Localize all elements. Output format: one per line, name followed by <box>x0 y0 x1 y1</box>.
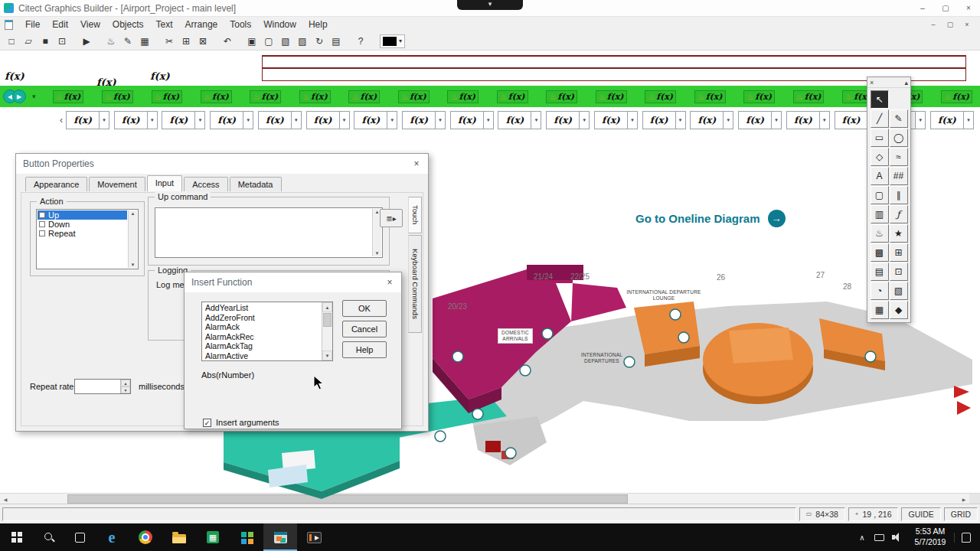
clock[interactable]: 5:53 AM 5/7/2019 <box>906 527 954 547</box>
spin-up-icon[interactable]: ▲ <box>121 380 130 386</box>
genie-function-object[interactable]: ♨ f(x) <box>152 90 183 103</box>
genie-function-object[interactable]: ♨ f(x) <box>941 90 972 103</box>
genie-function-object[interactable]: ♨ f(x) <box>348 90 380 103</box>
chevron-down-icon[interactable]: ▾ <box>32 93 36 100</box>
genie-function-object[interactable]: ♨ f(x) <box>546 90 577 103</box>
genie-function-object[interactable]: ♨ f(x) <box>447 90 479 103</box>
guide-toggle[interactable]: GUIDE <box>901 507 940 521</box>
paste-genie-tool[interactable]: ⊞ <box>890 243 908 262</box>
symbol-function-box[interactable]: f(x) ▾ <box>354 111 397 129</box>
scroll-up-icon[interactable]: ▲ <box>375 210 380 214</box>
genie-function-object[interactable]: ♨ f(x) <box>201 90 232 103</box>
scroll-down-icon[interactable]: ▼ <box>322 350 332 360</box>
child-restore-button[interactable]: ▢ <box>942 18 959 31</box>
select-tool[interactable]: ↖ <box>871 90 889 109</box>
bring-to-front-button[interactable]: ▧ <box>277 34 294 49</box>
symbol-function-box[interactable]: f(x) ▾ <box>306 111 350 129</box>
properties-tab[interactable]: Metadata <box>230 177 282 191</box>
symbol-function-box[interactable]: f(x) ▾ <box>738 111 782 129</box>
menu-item[interactable]: Objects <box>106 18 150 31</box>
dropdown-button[interactable]: ▾ <box>243 111 253 129</box>
menu-item[interactable]: Tools <box>224 18 257 31</box>
graphics-builder-app-button[interactable] <box>263 523 297 551</box>
symbol-function-box[interactable]: f(x) ▾ <box>690 111 733 129</box>
oneline-diagram-link[interactable]: Go to Oneline Diagram → <box>635 210 786 227</box>
menu-item[interactable]: Window <box>257 18 302 31</box>
run-button[interactable]: ▶ <box>78 34 95 49</box>
ungroup-button[interactable]: ▢ <box>260 34 277 49</box>
spinner-control[interactable]: ▲ ▼ <box>120 380 130 393</box>
edge-app-button[interactable]: e <box>95 523 129 551</box>
side-tab-touch[interactable]: Touch <box>408 197 422 233</box>
scroll-left-icon[interactable]: ◀ <box>0 494 11 504</box>
up-command-textarea[interactable]: ▲ ▼ <box>155 207 383 258</box>
genie-function-object[interactable]: ♨ f(x) <box>694 90 726 103</box>
genie-button[interactable]: ♨ <box>103 34 119 49</box>
ole-object-tool[interactable]: ◆ <box>890 301 908 319</box>
search-button[interactable] <box>34 523 64 551</box>
dropdown-button[interactable]: ▾ <box>100 111 109 129</box>
trend-chart-tool[interactable]: ▧ <box>890 282 908 300</box>
function-list-item[interactable]: AlarmAckTag <box>203 341 321 351</box>
citect-project-app-button[interactable] <box>230 523 263 551</box>
chrome-app-button[interactable] <box>129 523 162 551</box>
dropdown-button[interactable]: ▾ <box>436 111 446 129</box>
button-tool[interactable]: ▢ <box>871 186 889 204</box>
properties-tab[interactable]: Input <box>147 175 182 191</box>
genie-function-object[interactable]: ♨ f(x) <box>53 90 84 103</box>
genie-function-object[interactable]: ♨ f(x) <box>645 90 676 103</box>
group-button[interactable]: ▣ <box>243 34 260 49</box>
grid-toggle[interactable]: GRID <box>944 507 978 521</box>
scrollbar-thumb[interactable] <box>323 313 332 327</box>
task-view-button[interactable] <box>64 523 95 551</box>
dropdown-button[interactable]: ▾ <box>676 111 686 129</box>
child-close-button[interactable]: × <box>959 18 975 31</box>
menu-item[interactable]: Arrange <box>179 18 224 31</box>
action-item[interactable]: Repeat <box>38 229 127 238</box>
properties-tab[interactable]: Access <box>184 177 227 191</box>
cut-button[interactable]: ✂ <box>161 34 178 49</box>
symbol-function-box[interactable]: f(x) ▾ <box>210 111 253 129</box>
function-list-item[interactable]: AlarmAck <box>203 322 321 332</box>
repeat-rate-input[interactable]: ▲ ▼ <box>74 379 131 394</box>
insert-function-wizard-button[interactable]: ≣▸ <box>380 209 403 227</box>
symbol-function-box[interactable]: f(x) ▾ <box>642 111 686 129</box>
close-icon[interactable]: × <box>870 79 874 86</box>
scroll-up-icon[interactable]: ▲ <box>131 211 136 216</box>
genie-function-object[interactable]: ♨ f(x) <box>743 90 775 103</box>
symbol-function-box[interactable]: f(x) ▾ <box>594 111 638 129</box>
function-list-item[interactable]: AddZeroFront <box>203 313 321 323</box>
table-tool[interactable]: ▤ <box>871 262 889 281</box>
number-tool[interactable]: ## <box>890 167 908 185</box>
file-explorer-button[interactable] <box>162 523 196 551</box>
genie-function-object[interactable]: ♨ f(x) <box>299 90 331 103</box>
pipe-tool[interactable]: ∥ <box>890 186 908 204</box>
copy-button[interactable]: ⊞ <box>178 34 194 49</box>
action-center-button[interactable] <box>954 533 977 543</box>
symbol-function-box[interactable]: f(x) ▾ <box>450 111 494 129</box>
dropdown-button[interactable]: ▾ <box>340 111 350 129</box>
freehand-line-tool[interactable]: ≈ <box>890 148 908 166</box>
close-button[interactable]: × <box>957 1 980 16</box>
symbol-function-box[interactable]: f(x) ▾ <box>786 111 830 129</box>
paste-button[interactable]: ⊠ <box>194 34 211 49</box>
rotate-button[interactable]: ↻ <box>311 34 328 49</box>
dropdown-button[interactable]: ▾ <box>148 111 158 129</box>
media-player-app-button[interactable] <box>297 523 331 551</box>
function-list-item[interactable]: AlarmActive <box>203 351 321 361</box>
help-button[interactable]: Help <box>342 341 387 358</box>
menu-item[interactable]: Help <box>302 18 334 31</box>
collapse-icon[interactable]: ▴ <box>904 79 908 86</box>
dropdown-button[interactable]: ▾ <box>531 111 541 129</box>
canvas-object-strip[interactable] <box>262 68 966 81</box>
super-genie-tool[interactable]: ★ <box>890 224 908 243</box>
menu-item[interactable]: Text <box>150 18 179 31</box>
menu-item[interactable]: View <box>74 18 106 31</box>
list-scrollbar[interactable]: ▲ ▼ <box>322 302 332 360</box>
drawing-canvas[interactable]: f(x) f(x) f(x) ◀ ▶ ▾ ♨ f(x) ♨ f(x) ♨ f(x… <box>0 51 980 504</box>
volume-tray-icon[interactable] <box>888 533 906 542</box>
start-button[interactable] <box>0 523 34 551</box>
properties-tab[interactable]: Appearance <box>25 177 87 191</box>
genie-function-object[interactable]: ♨ f(x) <box>250 90 281 103</box>
symbol-function-box[interactable]: f(x) ▾ <box>546 111 590 129</box>
